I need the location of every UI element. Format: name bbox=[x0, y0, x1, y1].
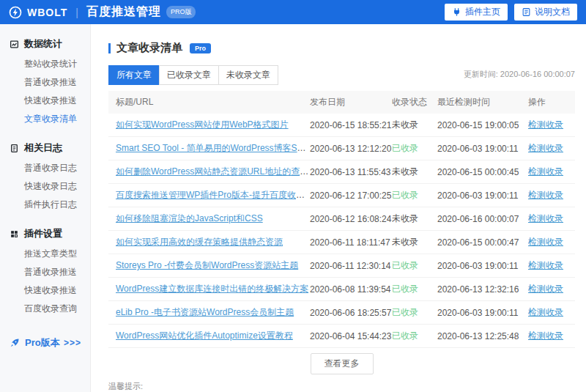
filter-tab[interactable]: 未收录文章 bbox=[218, 65, 278, 85]
brand-name: WBOLT bbox=[27, 7, 67, 18]
load-more-button[interactable]: 查看更多 bbox=[311, 353, 374, 374]
settings-icon bbox=[10, 229, 19, 239]
sidebar-item[interactable]: 整站收录统计 bbox=[0, 55, 90, 73]
table-row: Storeys Pro -付费会员制WordPress资源站主题2020-06-… bbox=[108, 254, 575, 278]
sidebar-pro-version[interactable]: Pro版本 >>> bbox=[0, 328, 90, 350]
check-index-link[interactable]: 检测收录 bbox=[528, 284, 563, 294]
index-status: 未收录 bbox=[392, 119, 418, 130]
article-title-link[interactable]: WordPress建立数据库连接时出错的终极解决方案 bbox=[116, 284, 308, 294]
last-check-time: 2020-06-03 19:00:11 bbox=[437, 301, 528, 325]
sidebar-item[interactable]: 快速收录推送 bbox=[0, 92, 90, 110]
app-header: WBOLT | 百度推送管理 PRO版 插件主页说明文档 bbox=[0, 0, 586, 24]
last-check-time: 2020-06-15 00:00:45 bbox=[437, 160, 528, 184]
publish-date: 2020-06-04 15:44:23 bbox=[310, 325, 392, 348]
last-check-time: 2020-06-03 19:00:11 bbox=[437, 254, 528, 278]
last-check-time: 2020-06-03 19:00:11 bbox=[437, 184, 528, 207]
pro-version-badge: PRO版 bbox=[166, 6, 196, 18]
logs-icon bbox=[10, 144, 19, 153]
check-index-link[interactable]: 检测收录 bbox=[528, 213, 563, 223]
article-title-link[interactable]: 如何实现WordPress网站使用WebP格式图片 bbox=[116, 119, 289, 130]
column-header: 发布日期 bbox=[310, 91, 392, 114]
sidebar-section-label: 相关日志 bbox=[24, 141, 62, 155]
rocket-icon bbox=[10, 338, 20, 348]
tips-section: 温馨提示: 文章百度收录状态仅供参考，实际收录情况以百度搜索为准；插件根据实际情… bbox=[108, 381, 575, 392]
sidebar-item[interactable]: 快速收录日志 bbox=[0, 177, 90, 196]
sidebar-section-title: 相关日志 bbox=[0, 138, 90, 159]
header-actions: 插件主页说明文档 bbox=[445, 4, 577, 21]
sidebar-item[interactable]: 普通收录推送 bbox=[0, 73, 90, 92]
check-index-link[interactable]: 检测收录 bbox=[528, 260, 563, 270]
filter-tab[interactable]: 所有文章 bbox=[108, 65, 160, 85]
column-header: 收录状态 bbox=[392, 91, 437, 114]
last-check-time: 2020-06-15 19:00:05 bbox=[437, 114, 528, 137]
index-status: 已收录 bbox=[392, 190, 418, 200]
pro-version-label: Pro版本 bbox=[25, 336, 60, 350]
publish-date: 2020-06-13 12:12:20 bbox=[310, 137, 392, 160]
table-row: eLib Pro -电子书资源站WordPress会员制主题2020-06-06… bbox=[108, 301, 575, 325]
last-check-time: 2020-06-13 12:25:48 bbox=[437, 325, 528, 348]
table-row: WordPress网站优化插件Autoptimize设置教程2020-06-04… bbox=[108, 325, 575, 348]
sidebar-section-title: 插件设置 bbox=[0, 223, 90, 245]
index-status: 已收录 bbox=[392, 330, 418, 341]
sidebar-section: 相关日志普通收录日志快速收录日志插件执行日志 bbox=[0, 138, 90, 214]
article-title-link[interactable]: eLib Pro -电子书资源站WordPress会员制主题 bbox=[116, 307, 294, 317]
article-title-link[interactable]: WordPress网站优化插件Autoptimize设置教程 bbox=[116, 330, 293, 341]
update-time: 更新时间: 2020-06-16 00:00:07 bbox=[464, 69, 575, 80]
publish-date: 2020-06-12 16:08:24 bbox=[310, 207, 392, 231]
last-check-time: 2020-06-13 12:32:16 bbox=[437, 278, 528, 301]
plugin-home-button[interactable]: 插件主页 bbox=[445, 4, 508, 21]
index-status: 已收录 bbox=[392, 143, 418, 153]
index-status: 未收录 bbox=[392, 237, 418, 247]
last-check-time: 2020-06-16 00:00:07 bbox=[437, 207, 528, 231]
main-content: 文章收录清单 Pro 所有文章已收录文章未收录文章 更新时间: 2020-06-… bbox=[91, 24, 586, 392]
sidebar-section-label: 数据统计 bbox=[24, 37, 62, 51]
article-title-link[interactable]: Storeys Pro -付费会员制WordPress资源站主题 bbox=[116, 260, 298, 270]
sidebar-item[interactable]: 百度收录查询 bbox=[0, 300, 90, 318]
article-title-link[interactable]: 如何实现采用高效的缓存策略提供静态资源 bbox=[116, 237, 283, 247]
header-button-label: 插件主页 bbox=[465, 6, 500, 18]
article-title-link[interactable]: 百度搜索推送管理WP插件Pro版本-提升百度收录效率 bbox=[116, 190, 310, 200]
check-index-link[interactable]: 检测收录 bbox=[528, 307, 563, 317]
article-title-link[interactable]: 如何移除阻塞渲染的JavaScript和CSS bbox=[116, 213, 263, 223]
publish-date: 2020-06-15 18:55:21 bbox=[310, 114, 392, 137]
sidebar-item[interactable]: 普通收录推送 bbox=[0, 263, 90, 281]
check-index-link[interactable]: 检测收录 bbox=[528, 190, 563, 200]
filter-tab[interactable]: 已收录文章 bbox=[159, 65, 219, 85]
check-index-link[interactable]: 检测收录 bbox=[528, 166, 563, 177]
check-index-link[interactable]: 检测收录 bbox=[528, 119, 563, 130]
check-index-link[interactable]: 检测收录 bbox=[528, 330, 563, 341]
docs-button[interactable]: 说明文档 bbox=[514, 4, 577, 21]
bolt-icon bbox=[9, 6, 22, 19]
sidebar-item[interactable]: 普通收录日志 bbox=[0, 159, 90, 177]
title-accent-bar bbox=[108, 43, 111, 53]
header-divider: | bbox=[75, 7, 78, 18]
check-index-link[interactable]: 检测收录 bbox=[528, 237, 563, 247]
check-index-link[interactable]: 检测收录 bbox=[528, 143, 563, 153]
index-status: 未收录 bbox=[392, 213, 418, 223]
page-title-row: 文章收录清单 Pro bbox=[108, 41, 575, 55]
filter-tabs: 所有文章已收录文章未收录文章 更新时间: 2020-06-16 00:00:07 bbox=[108, 65, 575, 85]
publish-date: 2020-06-06 18:25:57 bbox=[310, 301, 392, 325]
article-title-link[interactable]: Smart SEO Tool - 简单易用的WordPress博客SEO优化插件 bbox=[116, 143, 310, 153]
sidebar-section: 数据统计整站收录统计普通收录推送快速收录推送文章收录清单 bbox=[0, 34, 90, 128]
sidebar-item[interactable]: 快速收录推送 bbox=[0, 281, 90, 300]
doc-icon bbox=[522, 7, 531, 17]
sidebar-item[interactable]: 推送文章类型 bbox=[0, 245, 90, 263]
table-row: 如何移除阻塞渲染的JavaScript和CSS2020-06-12 16:08:… bbox=[108, 207, 575, 231]
column-header: 操作 bbox=[528, 91, 575, 114]
sidebar-section-label: 插件设置 bbox=[24, 227, 62, 240]
article-title-link[interactable]: 如何删除WordPress网站静态资源URL地址的查询字符串 bbox=[116, 166, 310, 177]
last-check-time: 2020-06-15 00:00:47 bbox=[437, 231, 528, 254]
last-check-time: 2020-06-03 19:00:11 bbox=[437, 137, 528, 160]
chevrons-right-icon: >>> bbox=[64, 338, 81, 348]
publish-date: 2020-06-11 12:30:14 bbox=[310, 254, 392, 278]
table-row: 百度搜索推送管理WP插件Pro版本-提升百度收录效率2020-06-12 17:… bbox=[108, 184, 575, 207]
tips-title: 温馨提示: bbox=[108, 381, 575, 391]
table-row: WordPress建立数据库连接时出错的终极解决方案2020-06-08 11:… bbox=[108, 278, 575, 301]
column-header: 标题/URL bbox=[108, 91, 310, 114]
sidebar-item[interactable]: 文章收录清单 bbox=[0, 110, 90, 128]
header-button-label: 说明文档 bbox=[535, 6, 570, 18]
sidebar-item[interactable]: 插件执行日志 bbox=[0, 196, 90, 214]
plug-icon bbox=[452, 7, 461, 17]
table-row: 如何实现采用高效的缓存策略提供静态资源2020-06-11 18:11:47未收… bbox=[108, 231, 575, 254]
